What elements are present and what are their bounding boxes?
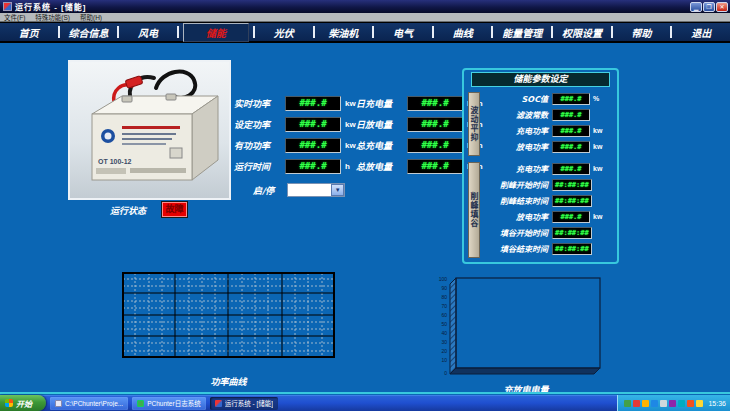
metric-label: 运行时间 — [234, 160, 278, 173]
nav-item-curves[interactable]: 曲线 — [434, 25, 492, 40]
setting-row-valley-start-time: 填谷开始时间 ##:##:## — [482, 226, 616, 239]
setting-label: SOC值 — [482, 93, 548, 104]
tray-icon[interactable] — [642, 400, 649, 407]
setting-value-field[interactable]: ##:##:## — [552, 179, 592, 191]
nav-item-exit[interactable]: 退出 — [672, 25, 730, 40]
nav-item-overview[interactable]: 综合信息 — [60, 25, 118, 40]
close-button-icon[interactable]: ✕ — [716, 2, 728, 12]
setting-value-field[interactable]: ###.# — [552, 163, 590, 175]
setting-value-field[interactable]: ###.# — [552, 211, 590, 223]
setting-value-field[interactable]: ##:##:## — [552, 227, 592, 239]
metric-label: 总充电量 — [356, 139, 400, 152]
tray-icon[interactable] — [660, 400, 667, 407]
setting-value-field[interactable]: ###.# — [552, 93, 590, 105]
metric-label: 设定功率 — [234, 118, 278, 131]
tray-icon[interactable] — [669, 400, 676, 407]
tray-icon[interactable] — [696, 400, 703, 407]
menu-bar: 文件(F) 特殊功能(S) 帮助(H) — [0, 13, 730, 22]
chevron-down-icon[interactable]: ▼ — [331, 184, 344, 196]
window-title: 运行系统 - [储能] — [15, 1, 86, 12]
taskbar-task-log-system[interactable]: PChunter日志系统 — [132, 397, 205, 410]
setting-unit: kw — [593, 143, 602, 150]
taskbar-task-explorer[interactable]: C:\PChunter\Proje... — [50, 397, 128, 410]
setting-row-discharge-power: 放电功率 ###.# kw — [482, 210, 616, 223]
storage-settings-panel: 储能参数设定 波动平抑 SOC值 ###.# % 滤波常数 ###.# 充电功率… — [462, 68, 619, 264]
menu-help[interactable]: 帮助(H) — [80, 12, 102, 22]
start-stop-dropdown[interactable]: ▼ — [287, 183, 345, 197]
start-button-label: 开始 — [16, 398, 32, 409]
group-label-peak-shaving: 削峰填谷 — [468, 162, 480, 258]
metric-label: 日放电量 — [356, 118, 400, 131]
metric-row-active-power: 有功功率 ###.# kw — [234, 137, 356, 153]
minimize-button-icon[interactable]: ▁ — [690, 2, 702, 12]
setting-value-field[interactable]: ###.# — [552, 141, 590, 153]
setting-value-field[interactable]: ##:##:## — [552, 195, 592, 207]
led-display: ###.# — [407, 138, 463, 153]
menu-special-functions[interactable]: 特殊功能(S) — [35, 12, 70, 22]
setting-label: 滤波常数 — [482, 109, 548, 120]
setting-label: 放电功率 — [482, 141, 548, 152]
setting-row-peak-end-time: 削峰结束时间 ##:##:## — [482, 194, 616, 207]
tray-icon[interactable] — [624, 400, 631, 407]
nav-item-pv[interactable]: 光伏 — [255, 25, 313, 40]
app-window: 运行系统 - [储能] ▁ ❐ ✕ 文件(F) 特殊功能(S) 帮助(H) 首页… — [0, 0, 730, 411]
menu-file[interactable]: 文件(F) — [4, 12, 25, 22]
run-status-indicator: 故障 — [161, 201, 188, 218]
start-button[interactable]: 开始 — [0, 395, 46, 411]
battery-model-text: OT 100-12 — [98, 158, 132, 165]
run-system-app-icon — [215, 400, 222, 407]
folder-icon — [55, 400, 62, 407]
nav-item-home[interactable]: 首页 — [0, 25, 58, 40]
nav-item-help[interactable]: 帮助 — [613, 25, 671, 40]
setting-label: 削峰开始时间 — [482, 179, 548, 190]
tray-icon[interactable] — [651, 400, 658, 407]
settings-panel-title: 储能参数设定 — [471, 72, 610, 87]
setting-label: 放电功率 — [482, 211, 548, 222]
nav-item-wind[interactable]: 风电 — [119, 25, 177, 40]
app-icon — [3, 2, 12, 11]
nav-item-permissions[interactable]: 权限设置 — [553, 25, 611, 40]
nav-item-storage[interactable]: 储能 — [183, 23, 249, 42]
y-axis-tick: 90 — [441, 285, 447, 291]
taskbar-task-run-system[interactable]: 运行系统 - [储能] — [210, 397, 278, 410]
nav-item-diesel[interactable]: 柴油机 — [315, 25, 373, 40]
led-display: ###.# — [285, 138, 341, 153]
setting-row-peak-start-time: 削峰开始时间 ##:##:## — [482, 178, 616, 191]
maximize-button-icon[interactable]: ❐ — [703, 2, 715, 12]
task-label: PChunter日志系统 — [147, 398, 200, 408]
setting-unit: kw — [593, 213, 602, 220]
tray-icon[interactable] — [678, 400, 685, 407]
battery-image: OT 100-12 — [68, 60, 231, 200]
led-display: ###.# — [285, 159, 341, 174]
setting-row-charge-power: 充电功率 ###.# kw — [482, 162, 616, 175]
metric-unit: h — [345, 162, 350, 171]
y-axis-tick: 100 — [439, 276, 448, 282]
setting-unit: % — [593, 95, 599, 102]
windows-logo-icon — [5, 399, 13, 407]
power-metrics-column: 实时功率 ###.# kw 设定功率 ###.# kw 有功功率 ###.# k… — [234, 95, 356, 179]
tray-icon[interactable] — [633, 400, 640, 407]
log-app-icon — [137, 400, 144, 407]
bottom-divider — [0, 392, 730, 394]
start-stop-label: 启/停 — [253, 184, 274, 197]
setting-unit: kw — [593, 165, 602, 172]
task-label: C:\PChunter\Proje... — [65, 400, 123, 407]
nav-item-electrical[interactable]: 电气 — [374, 25, 432, 40]
tray-icon[interactable] — [687, 400, 694, 407]
metric-row-run-time: 运行时间 ###.# h — [234, 158, 356, 174]
setting-value-field[interactable]: ##:##:## — [552, 243, 592, 255]
nav-separator — [177, 26, 179, 38]
task-label: 运行系统 - [储能] — [225, 398, 273, 408]
setting-row-charge-power: 充电功率 ###.# kw — [482, 124, 616, 137]
setting-value-field[interactable]: ###.# — [552, 109, 590, 121]
window-titlebar: 运行系统 - [储能] ▁ ❐ ✕ — [0, 0, 730, 13]
y-axis-tick: 40 — [441, 330, 447, 336]
nav-item-energy-mgmt[interactable]: 能量管理 — [493, 25, 551, 40]
taskbar: 开始 C:\PChunter\Proje... PChunter日志系统 运行系… — [0, 395, 730, 411]
main-content: OT 100-12 运行状态 故障 实时功率 ###.# kw 设定功率 ###… — [0, 43, 730, 393]
metric-label: 实时功率 — [234, 97, 278, 110]
metric-label: 有功功率 — [234, 139, 278, 152]
led-display: ###.# — [407, 117, 463, 132]
setting-value-field[interactable]: ###.# — [552, 125, 590, 137]
group-label-fluctuation-smoothing: 波动平抑 — [468, 92, 480, 156]
